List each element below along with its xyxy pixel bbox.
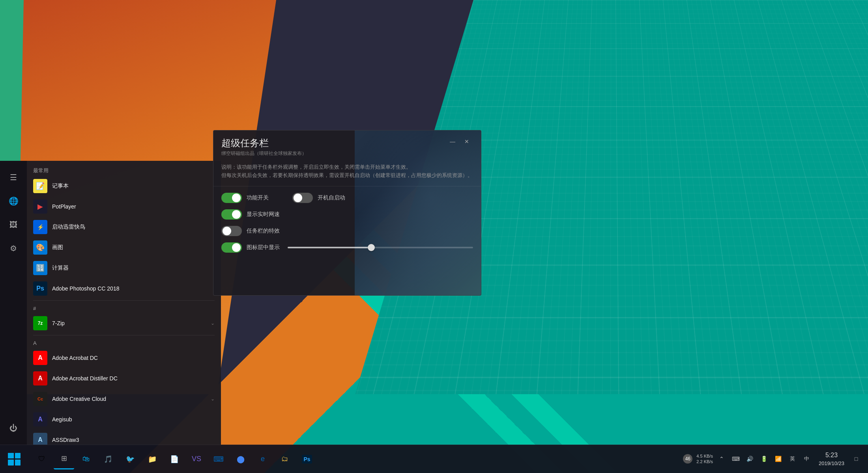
slider-track: [288, 247, 473, 248]
7zip-icon: 7z: [33, 316, 47, 330]
taskbar-battery[interactable]: 🔋: [759, 453, 770, 464]
taskbar-icon-vs[interactable]: VS: [186, 449, 207, 469]
start-item-paint[interactable]: 🎨 画图: [27, 237, 221, 258]
divider-a: [33, 335, 215, 335]
start-item-creative-cloud[interactable]: Cc Adobe Creative Cloud ⌄: [27, 389, 221, 409]
aegisub-icon: A: [33, 412, 47, 426]
start-item-notepad[interactable]: 📝 记事本: [27, 176, 221, 196]
taskbar-icon-chrome[interactable]: ⬤: [230, 449, 251, 469]
toggle-effect-label: 任务栏的特效: [247, 227, 280, 235]
start-item-ps[interactable]: Ps Adobe Photoshop CC 2018: [27, 278, 221, 299]
taskbar-icon-music[interactable]: 🎵: [98, 449, 118, 469]
toggle-group-func: 功能开关: [221, 193, 269, 203]
assdraw-icon: A: [33, 433, 47, 445]
toggle-group-speed: 显示实时网速: [221, 209, 280, 220]
sidebar-power[interactable]: ⏻: [3, 418, 24, 438]
taskbar: 🛡 ⊞ 🛍 🎵 🐦 📁 📄 VS ⌨ ⬤ e 🗂 Ps 46 4.5 KB/s …: [0, 445, 868, 473]
taskbar-icon-ps[interactable]: Ps: [297, 449, 317, 469]
toggle-icon-label: 图标层中显示: [247, 244, 280, 251]
taskbar-icon-folder[interactable]: 🗂: [275, 449, 295, 469]
taskbar-icon-bird[interactable]: 🐦: [120, 449, 140, 469]
dialog-header: 超级任务栏 绑空研磁组出品（唷研社全球独家发布） — ✕: [213, 130, 481, 160]
taskbar-icon-vscode[interactable]: ⌨: [208, 449, 229, 469]
taskbar-network-speed: 4.5 KB/s 2.2 KB/s: [696, 453, 713, 465]
start-item-acrobat[interactable]: A Adobe Acrobat DC: [27, 348, 221, 368]
toggle-speed-label: 显示实时网速: [247, 211, 280, 218]
sidebar-network[interactable]: 🌐: [3, 191, 24, 211]
notepad-icon: 📝: [33, 179, 47, 193]
taskbar-icon-folder2[interactable]: 📁: [142, 449, 163, 469]
toggle-icon[interactable]: [221, 242, 242, 253]
taskbar-lang[interactable]: 英: [787, 453, 798, 464]
dialog-row-icon: 图标层中显示: [221, 242, 473, 253]
taskbar-network[interactable]: 📶: [773, 453, 784, 464]
thunderbird-icon: ⚡: [33, 220, 47, 234]
dialog-minimize-button[interactable]: —: [446, 137, 459, 146]
start-item-thunderbird[interactable]: ⚡ 启动迅雷快鸟: [27, 217, 221, 237]
taskbar-notification-badge[interactable]: 46: [682, 453, 693, 464]
sidebar-hamburger[interactable]: ☰: [3, 167, 24, 188]
divider-hash: [33, 300, 215, 301]
start-item-assdraw[interactable]: A ASSDraw3: [27, 430, 221, 445]
start-item-aegisub[interactable]: A Aegisub: [27, 409, 221, 430]
potplayer-icon: ▶: [33, 199, 47, 214]
taskbar-chevron[interactable]: ⌃: [716, 453, 727, 464]
dialog-body: 功能开关 开机自启动 显示实时网速 任务栏的特效 图标层: [213, 186, 481, 259]
start-menu-sidebar: ☰ 🌐 🖼 ⚙ ⏻: [0, 161, 27, 445]
taskbar-app-icons: 🛡 ⊞ 🛍 🎵 🐦 📁 📄 VS ⌨ ⬤ e 🗂 Ps: [28, 449, 682, 469]
dialog-title-group: 超级任务栏 绑空研磁组出品（唷研社全球独家发布）: [221, 137, 307, 157]
dialog-description: 说明：该功能用于任务栏外观调整，开启后立即生效，关闭需单击开始菜单才生效。但每次…: [213, 160, 481, 186]
taskbar-action-center[interactable]: □: [851, 453, 862, 464]
dialog-title: 超级任务栏: [221, 137, 307, 149]
toggle-func-label: 功能开关: [247, 194, 269, 201]
dialog-subtitle: 绑空研磁组出品（唷研社全球独家发布）: [221, 150, 307, 157]
start-menu: ☰ 🌐 🖼 ⚙ ⏻ 最常用 📝 记事本 ▶ PotPlayer ⚡ 启动迅雷快鸟…: [0, 161, 221, 445]
taskbar-start-button[interactable]: [0, 445, 28, 473]
taskbar-ime[interactable]: 中: [801, 453, 812, 464]
toggle-group-autostart: 开机自启动: [292, 193, 345, 203]
taskbar-volume[interactable]: 🔊: [745, 453, 756, 464]
paint-icon: 🎨: [33, 240, 47, 255]
taskbar-icon-edge[interactable]: e: [253, 449, 273, 469]
toggle-speed[interactable]: [221, 209, 242, 220]
slider-thumb[interactable]: [368, 244, 375, 251]
dialog-controls: — ✕: [446, 137, 473, 146]
toggle-autostart[interactable]: [292, 193, 313, 203]
taskbar-icon-file[interactable]: 📄: [164, 449, 185, 469]
dialog-row-effect: 任务栏的特效: [221, 226, 473, 236]
toggle-effect[interactable]: [221, 226, 242, 236]
toggle-group-icon: 图标层中显示: [221, 242, 280, 253]
sidebar-settings[interactable]: ⚙: [3, 238, 24, 259]
ps-icon: Ps: [33, 281, 47, 296]
acrobat-distiller-icon: A: [33, 371, 47, 385]
toggle-autostart-label: 开机自启动: [318, 194, 345, 201]
start-item-potplayer[interactable]: ▶ PotPlayer: [27, 196, 221, 217]
start-menu-content: 最常用 📝 记事本 ▶ PotPlayer ⚡ 启动迅雷快鸟 🎨 画图 🔢 计算…: [27, 161, 221, 445]
creative-cloud-arrow: ⌄: [211, 396, 215, 402]
dialog-row-func: 功能开关 开机自启动: [221, 193, 473, 203]
taskbar-datetime[interactable]: 5:23 2019/10/23: [816, 451, 847, 467]
taskbar-keyboard[interactable]: ⌨: [730, 453, 741, 464]
sidebar-photos[interactable]: 🖼: [3, 214, 24, 235]
dialog-row-speed: 显示实时网速: [221, 209, 473, 220]
taskbar-time: 5:23: [825, 451, 838, 460]
taskbar-system-tray: 46 4.5 KB/s 2.2 KB/s ⌃ ⌨ 🔊 🔋 📶 英 中 5:23 …: [682, 451, 868, 467]
taskbar-icon-task[interactable]: ⊞: [54, 449, 74, 469]
taskbar-icon-shield[interactable]: 🛡: [32, 449, 52, 469]
slider-fill: [288, 247, 371, 248]
acrobat-icon: A: [33, 351, 47, 365]
start-item-acrobat-distiller[interactable]: A Adobe Acrobat Distiller DC: [27, 368, 221, 389]
start-item-calc[interactable]: 🔢 计算器: [27, 258, 221, 278]
windows-logo-icon: [8, 453, 21, 466]
dialog-close-button[interactable]: ✕: [460, 137, 473, 146]
section-recent-label: 最常用: [27, 164, 221, 176]
7zip-arrow: ⌄: [211, 320, 215, 326]
start-item-7zip[interactable]: 7z 7-Zip ⌄: [27, 313, 221, 333]
super-taskbar-dialog: 超级任务栏 绑空研磁组出品（唷研社全球独家发布） — ✕ 说明：该功能用于任务栏…: [213, 130, 481, 296]
taskbar-icon-store[interactable]: 🛍: [76, 449, 96, 469]
toggle-group-effect: 任务栏的特效: [221, 226, 280, 236]
slider-container: [288, 247, 473, 248]
toggle-func-switch[interactable]: [221, 193, 242, 203]
creative-cloud-icon: Cc: [33, 392, 47, 406]
taskbar-date: 2019/10/23: [819, 460, 844, 467]
